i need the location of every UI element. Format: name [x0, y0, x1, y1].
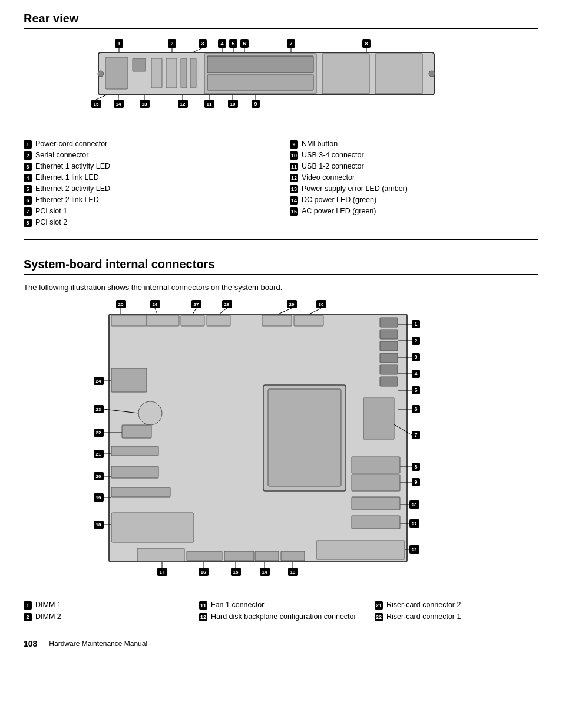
- svg-rect-131: [262, 315, 292, 326]
- svg-text:9: 9: [254, 101, 257, 107]
- svg-line-137: [278, 308, 292, 314]
- badge-1: 1: [24, 140, 32, 149]
- component-item-empty: [290, 218, 538, 227]
- footer-title: Hardware Maintenance Manual: [49, 640, 147, 648]
- svg-text:2: 2: [414, 338, 417, 344]
- component-item-8: 8 PCI slot 2: [24, 218, 272, 227]
- rear-view-title: Rear view: [24, 12, 538, 29]
- svg-rect-27: [375, 54, 422, 94]
- svg-rect-149: [111, 487, 170, 497]
- badge-9: 9: [290, 140, 298, 149]
- sysboard-component-list: 1 DIMM 1 2 DIMM 2 11 Fan 1 connector 12 …: [24, 601, 538, 621]
- svg-rect-169: [187, 551, 222, 561]
- component-item-13: 13 Power supply error LED (amber): [290, 185, 538, 193]
- svg-line-32: [193, 48, 203, 52]
- svg-rect-182: [316, 541, 405, 559]
- svg-text:14: 14: [262, 569, 267, 575]
- badge-sb-1: 1: [24, 601, 32, 610]
- component-item-11: 11 USB 1-2 connector: [290, 162, 538, 171]
- badge-11: 11: [290, 163, 298, 171]
- svg-text:6: 6: [243, 41, 246, 47]
- badge-14: 14: [290, 196, 298, 205]
- svg-text:30: 30: [319, 302, 324, 307]
- svg-text:26: 26: [153, 302, 158, 307]
- label-5: Ethernet 2 activity LED: [35, 185, 110, 193]
- badge-sb-11: 11: [199, 601, 207, 610]
- svg-text:17: 17: [160, 569, 165, 575]
- svg-point-28: [98, 71, 104, 77]
- svg-text:15: 15: [94, 101, 99, 107]
- svg-text:13: 13: [290, 569, 296, 575]
- svg-rect-171: [255, 551, 279, 561]
- svg-rect-143: [122, 425, 151, 438]
- label-sb-21: Riser-card connector 2: [386, 601, 461, 609]
- svg-text:5: 5: [232, 41, 234, 47]
- svg-text:4: 4: [220, 41, 223, 47]
- badge-sb-12: 12: [199, 613, 207, 621]
- component-item-7: 7 PCI slot 1: [24, 207, 272, 216]
- svg-rect-179: [352, 475, 400, 491]
- svg-text:28: 28: [224, 302, 230, 307]
- svg-line-138: [309, 308, 321, 314]
- svg-rect-26: [322, 54, 369, 94]
- svg-text:3: 3: [414, 354, 417, 360]
- svg-text:10: 10: [230, 101, 236, 107]
- svg-rect-18: [133, 58, 146, 71]
- label-sb-1: DIMM 1: [35, 601, 61, 609]
- svg-rect-181: [352, 516, 400, 529]
- svg-rect-127: [111, 315, 147, 326]
- rear-diagram: 1 2 3 4 5 6 7 8: [75, 37, 487, 131]
- svg-text:8: 8: [365, 41, 368, 47]
- svg-rect-114: [380, 365, 398, 374]
- svg-rect-22: [190, 58, 196, 88]
- label-9: NMI button: [302, 140, 338, 148]
- svg-text:29: 29: [289, 302, 295, 307]
- label-2: Serial connector: [35, 151, 88, 159]
- svg-rect-19: [151, 58, 162, 88]
- label-12: Video connector: [302, 173, 355, 182]
- svg-text:4: 4: [414, 371, 417, 377]
- label-14: DC power LED (green): [302, 196, 376, 204]
- svg-text:1: 1: [117, 41, 120, 47]
- sysboard-item-1: 1 DIMM 1: [24, 601, 187, 610]
- badge-3: 3: [24, 163, 32, 171]
- sysboard-title: System-board internal connectors: [24, 258, 538, 275]
- svg-text:8: 8: [414, 464, 417, 470]
- svg-line-52: [96, 95, 107, 100]
- svg-rect-139: [111, 368, 147, 392]
- svg-rect-113: [380, 353, 398, 363]
- badge-6: 6: [24, 196, 32, 205]
- svg-rect-111: [380, 330, 398, 339]
- label-sb-22: Riser-card connector 1: [386, 612, 461, 621]
- svg-text:13: 13: [142, 101, 147, 107]
- rear-component-list: 1 Power-cord connector 9 NMI button 2 Se…: [24, 140, 538, 227]
- badge-5: 5: [24, 185, 32, 193]
- svg-rect-20: [166, 58, 177, 88]
- svg-text:22: 22: [96, 430, 101, 436]
- svg-line-134: [155, 308, 157, 314]
- svg-rect-151: [111, 513, 194, 542]
- svg-text:16: 16: [201, 569, 206, 575]
- sysboard-item-2: 2 DIMM 2: [24, 612, 187, 621]
- svg-point-29: [429, 71, 435, 77]
- badge-sb-21: 21: [375, 601, 383, 610]
- label-6: Ethernet 2 link LED: [35, 196, 99, 204]
- svg-rect-21: [181, 58, 187, 88]
- component-item-2: 2 Serial connector: [24, 151, 272, 160]
- label-10: USB 3-4 connector: [302, 151, 364, 159]
- svg-text:20: 20: [96, 474, 101, 479]
- component-item-12: 12 Video connector: [290, 173, 538, 182]
- badge-15: 15: [290, 207, 298, 216]
- component-item-4: 4 Ethernet 1 link LED: [24, 173, 272, 182]
- sysboard-item-12: 12 Hard disk backplane configuration con…: [199, 612, 363, 621]
- svg-rect-122: [363, 398, 394, 439]
- badge-8: 8: [24, 219, 32, 227]
- badge-7: 7: [24, 207, 32, 216]
- label-sb-12: Hard disk backplane configuration connec…: [211, 612, 356, 621]
- svg-rect-110: [380, 318, 398, 327]
- svg-rect-147: [111, 466, 158, 478]
- label-sb-11: Fan 1 connector: [211, 601, 264, 609]
- badge-10: 10: [290, 151, 298, 160]
- svg-text:21: 21: [96, 452, 101, 457]
- label-4: Ethernet 1 link LED: [35, 173, 99, 182]
